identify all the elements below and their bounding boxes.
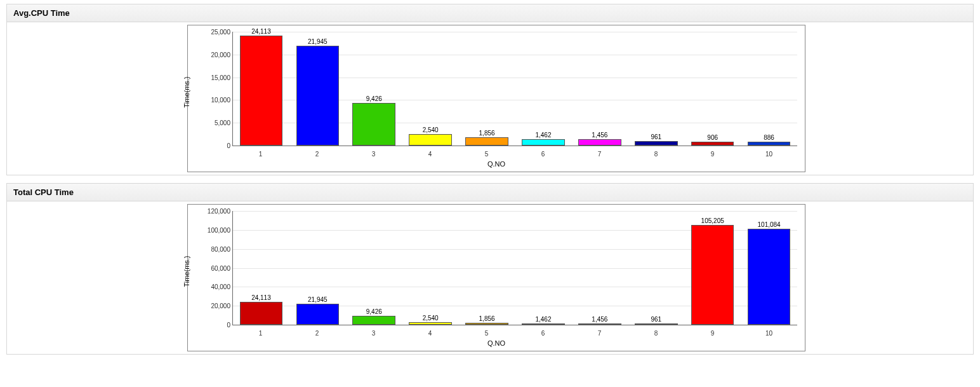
bar: 1,856: [465, 323, 508, 325]
bar: 886: [748, 142, 791, 146]
panel-title: Avg.CPU Time: [7, 4, 973, 22]
panel-total: Total CPU TimeTime(ms.)020,00040,00060,0…: [6, 183, 974, 355]
y-axis-label: Time(ms.): [183, 76, 190, 107]
bar: 9,426: [352, 316, 395, 325]
x-axis-label: Q.NO: [188, 338, 805, 351]
y-tick-label: 60,000: [211, 264, 233, 271]
x-tick-label: 10: [741, 151, 797, 158]
bar: 961: [635, 323, 678, 325]
bar-value-label: 1,462: [522, 316, 564, 323]
x-tick-label: 3: [345, 330, 402, 337]
x-tick-label: 9: [684, 151, 741, 158]
x-tick-label: 6: [515, 330, 571, 337]
plot-area: 05,00010,00015,00020,00025,00024,11321,9…: [232, 32, 797, 146]
bar: 2,540: [409, 322, 452, 325]
y-tick-label: 15,000: [211, 74, 233, 81]
chart-total: Time(ms.)020,00040,00060,00080,000100,00…: [187, 204, 805, 351]
x-tick-label: 7: [571, 151, 628, 158]
x-axis-label: Q.NO: [188, 159, 805, 172]
bar: 1,462: [522, 323, 565, 325]
bar-value-label: 101,084: [748, 221, 790, 228]
y-tick-label: 100,000: [208, 226, 233, 233]
plot-area: 020,00040,00060,00080,000100,000120,0002…: [232, 211, 797, 325]
bar-value-label: 21,945: [297, 296, 339, 303]
bar-slot: 24,113: [233, 211, 289, 325]
bar: 21,945: [296, 304, 340, 325]
x-tick-label: 1: [232, 330, 289, 337]
x-tick-label: 8: [628, 151, 684, 158]
bar-slot: 21,945: [289, 211, 346, 325]
bar: 24,113: [240, 302, 283, 325]
bar: 906: [691, 142, 734, 146]
bar-slot: 2,540: [402, 211, 459, 325]
x-ticks: 12345678910: [232, 330, 797, 337]
bar-slot: 906: [684, 32, 741, 146]
bar-slot: 24,113: [233, 32, 289, 146]
panel-title: Total CPU Time: [7, 184, 973, 201]
y-tick-label: 20,000: [211, 302, 233, 309]
panel-avg: Avg.CPU TimeTime(ms.)05,00010,00015,0002…: [6, 4, 974, 175]
bar-value-label: 1,456: [579, 132, 621, 139]
chart-avg: Time(ms.)05,00010,00015,00020,00025,0002…: [187, 25, 805, 172]
bar: 1,856: [465, 137, 508, 146]
bar-value-label: 9,426: [353, 95, 395, 102]
x-ticks: 12345678910: [232, 151, 797, 158]
bar: 9,426: [352, 103, 395, 146]
x-tick-label: 1: [232, 151, 289, 158]
x-tick-label: 3: [345, 151, 402, 158]
y-axis-label: Time(ms.): [183, 255, 190, 287]
bar-slot: 1,856: [459, 32, 515, 146]
bar-value-label: 1,856: [466, 315, 508, 322]
x-tick-label: 6: [515, 151, 571, 158]
bar-slot: 105,205: [684, 211, 741, 325]
x-tick-label: 5: [458, 330, 515, 337]
bar-slot: 9,426: [346, 32, 402, 146]
bar-value-label: 906: [692, 134, 734, 141]
bar-slot: 2,540: [402, 32, 459, 146]
bar: 1,456: [578, 139, 621, 146]
panel-body: Time(ms.)020,00040,00060,00080,000100,00…: [7, 201, 973, 354]
bar-value-label: 1,462: [522, 132, 564, 139]
bar: 21,945: [296, 46, 340, 146]
bar-slot: 961: [628, 211, 684, 325]
bar-value-label: 886: [748, 134, 790, 141]
bar-value-label: 105,205: [692, 217, 734, 224]
bar-value-label: 961: [635, 133, 677, 140]
bar-value-label: 24,113: [241, 28, 282, 35]
y-tick-label: 10,000: [211, 97, 233, 104]
bar-slot: 101,084: [741, 211, 797, 325]
x-tick-label: 5: [458, 151, 515, 158]
bar: 101,084: [748, 229, 791, 325]
y-tick-label: 0: [227, 142, 233, 149]
y-tick-label: 120,000: [208, 208, 233, 215]
x-tick-label: 4: [402, 330, 458, 337]
bar-value-label: 1,856: [466, 130, 508, 137]
x-tick-label: 9: [684, 330, 741, 337]
x-tick-label: 4: [402, 151, 458, 158]
bar-value-label: 21,945: [297, 38, 339, 45]
y-tick-label: 80,000: [211, 245, 233, 252]
bar-slot: 1,462: [515, 211, 572, 325]
bars-container: 24,11321,9459,4262,5401,8561,4621,456961…: [233, 211, 797, 325]
y-tick-label: 20,000: [211, 51, 233, 58]
bar-value-label: 24,113: [241, 294, 282, 301]
bar: 961: [635, 141, 678, 146]
x-tick-label: 7: [571, 330, 628, 337]
panel-body: Time(ms.)05,00010,00015,00020,00025,0002…: [7, 22, 973, 175]
bar-value-label: 1,456: [579, 316, 621, 323]
bar-value-label: 2,540: [409, 315, 451, 322]
bar: 1,462: [522, 139, 565, 146]
bar-slot: 1,856: [459, 211, 515, 325]
x-tick-label: 2: [289, 151, 345, 158]
y-tick-label: 0: [227, 322, 233, 329]
bar-value-label: 9,426: [353, 308, 395, 315]
bar-slot: 1,462: [515, 32, 572, 146]
bar-slot: 1,456: [571, 211, 628, 325]
bar-value-label: 2,540: [409, 126, 451, 133]
bar-slot: 961: [628, 32, 684, 146]
bar: 105,205: [691, 225, 734, 325]
bar-slot: 1,456: [571, 32, 628, 146]
bar-slot: 886: [741, 32, 797, 146]
bar-slot: 21,945: [289, 32, 346, 146]
bar: 2,540: [409, 134, 452, 146]
